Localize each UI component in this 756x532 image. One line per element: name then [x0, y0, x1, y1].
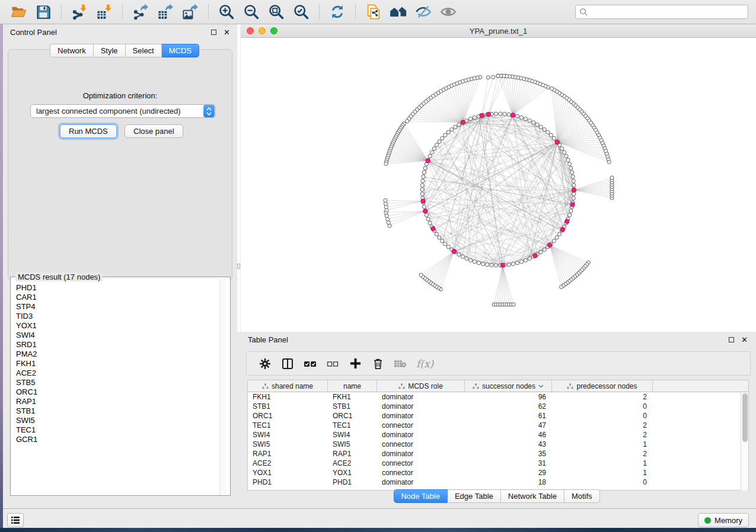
- float-panel-icon[interactable]: [729, 337, 734, 342]
- ring-node[interactable]: [446, 245, 450, 249]
- tab-select[interactable]: Select: [126, 44, 162, 57]
- save-session-icon[interactable]: [34, 3, 52, 21]
- mcds-result-item[interactable]: STP4: [11, 302, 220, 312]
- ring-node[interactable]: [494, 112, 497, 116]
- table-row[interactable]: ORC1ORC1dominator610: [248, 411, 748, 421]
- table-row[interactable]: YOX1YOX1connector291: [248, 468, 748, 477]
- ring-node[interactable]: [520, 260, 524, 264]
- run-mcds-button[interactable]: Run MCDS: [60, 124, 117, 138]
- deselect-all-icon[interactable]: [323, 355, 343, 373]
- table-row[interactable]: ACE2ACE2connector311: [248, 459, 748, 468]
- tab-style[interactable]: Style: [94, 44, 126, 57]
- ring-node[interactable]: [539, 125, 543, 129]
- ring-node[interactable]: [426, 217, 430, 221]
- mcds-result-item[interactable]: STB5: [11, 378, 220, 387]
- ring-node[interactable]: [420, 192, 424, 196]
- ring-node[interactable]: [524, 117, 527, 121]
- mcds-hub-node[interactable]: [461, 120, 465, 124]
- ring-node[interactable]: [515, 114, 519, 118]
- table-row[interactable]: TEC1TEC1connector472: [248, 421, 748, 430]
- search-box[interactable]: [575, 5, 748, 19]
- table-row[interactable]: SWI5SWI5connector431: [248, 440, 748, 449]
- ring-node[interactable]: [444, 242, 447, 246]
- leaf-node[interactable]: [419, 273, 423, 277]
- zoom-in-icon[interactable]: [218, 3, 235, 21]
- ring-node[interactable]: [438, 236, 441, 239]
- ring-node[interactable]: [507, 263, 511, 267]
- task-history-button[interactable]: [7, 513, 24, 527]
- clone-network-icon[interactable]: [365, 3, 382, 21]
- mcds-result-item[interactable]: SWI4: [11, 331, 220, 340]
- filter-caret-icon[interactable]: [538, 384, 544, 388]
- mcds-hub-node[interactable]: [421, 199, 425, 203]
- tab-edge-table[interactable]: Edge Table: [448, 489, 501, 503]
- ring-node[interactable]: [568, 162, 572, 166]
- mcds-result-item[interactable]: PHD1: [11, 283, 220, 293]
- ring-node[interactable]: [528, 119, 531, 123]
- ring-node[interactable]: [420, 188, 424, 191]
- window-minimize-icon[interactable]: [259, 27, 266, 34]
- mcds-hub-node[interactable]: [486, 112, 490, 116]
- ring-node[interactable]: [499, 112, 502, 116]
- ring-node[interactable]: [422, 205, 426, 209]
- zoom-selected-icon[interactable]: [292, 3, 310, 21]
- export-table-icon[interactable]: [157, 3, 174, 21]
- export-image-icon[interactable]: [181, 3, 199, 21]
- tab-motifs[interactable]: Motifs: [564, 489, 600, 503]
- mcds-result-item[interactable]: TEC1: [11, 425, 220, 435]
- scrollbar-thumb[interactable]: [237, 264, 240, 269]
- import-table-icon[interactable]: [95, 3, 113, 21]
- mcds-result-item[interactable]: SWI5: [11, 416, 220, 425]
- mcds-hub-node[interactable]: [560, 227, 564, 232]
- leaf-node[interactable]: [406, 119, 409, 123]
- ring-node[interactable]: [552, 239, 556, 243]
- ring-node[interactable]: [469, 117, 473, 121]
- refresh-icon[interactable]: [328, 3, 346, 21]
- tab-network-table[interactable]: Network Table: [501, 489, 564, 503]
- network-window-titlebar[interactable]: YPA_prune.txt_1: [241, 24, 756, 38]
- ring-node[interactable]: [555, 236, 559, 239]
- ring-node[interactable]: [425, 213, 428, 217]
- ring-node[interactable]: [422, 175, 425, 178]
- column-header-shared-name[interactable]: shared name: [248, 380, 328, 392]
- tab-node-table[interactable]: Node Table: [393, 489, 448, 503]
- table-row[interactable]: SWI4SWI4dominator462: [248, 430, 748, 440]
- delete-icon[interactable]: [368, 355, 388, 373]
- mcds-hub-node[interactable]: [511, 113, 515, 117]
- mcds-hub-node[interactable]: [533, 254, 537, 258]
- ring-node[interactable]: [469, 258, 473, 262]
- leaf-node[interactable]: [610, 176, 614, 180]
- mcds-hub-node[interactable]: [426, 159, 430, 163]
- leaf-node[interactable]: [496, 74, 500, 78]
- window-close-icon[interactable]: [247, 27, 254, 34]
- criterion-dropdown[interactable]: largest connected component (undirected): [30, 104, 216, 118]
- leaf-node[interactable]: [386, 217, 390, 221]
- ring-node[interactable]: [566, 158, 570, 162]
- ring-node[interactable]: [520, 116, 524, 119]
- table-row[interactable]: FKH1FKH1dominator962: [248, 392, 748, 402]
- ring-node[interactable]: [435, 232, 438, 236]
- mcds-hub-node[interactable]: [500, 263, 505, 267]
- ring-node[interactable]: [473, 260, 476, 264]
- ring-node[interactable]: [441, 239, 444, 243]
- mcds-hub-node[interactable]: [570, 203, 575, 207]
- mcds-hub-node[interactable]: [547, 243, 551, 247]
- ring-node[interactable]: [511, 262, 515, 265]
- ring-node[interactable]: [423, 166, 427, 170]
- ring-node[interactable]: [441, 136, 444, 140]
- ring-node[interactable]: [572, 179, 575, 182]
- ring-node[interactable]: [524, 258, 527, 262]
- network-canvas[interactable]: [241, 38, 756, 332]
- close-panel-icon[interactable]: ✕: [741, 337, 748, 342]
- ring-node[interactable]: [422, 171, 426, 174]
- ring-node[interactable]: [481, 262, 485, 265]
- select-all-icon[interactable]: [300, 355, 320, 373]
- mcds-hub-node[interactable]: [555, 140, 559, 144]
- close-panel-button[interactable]: Close panel: [125, 124, 183, 138]
- ring-node[interactable]: [432, 147, 436, 150]
- ring-node[interactable]: [569, 166, 573, 170]
- ring-node[interactable]: [564, 154, 568, 158]
- ring-node[interactable]: [465, 257, 468, 260]
- ring-node[interactable]: [450, 128, 454, 132]
- ring-node[interactable]: [569, 209, 573, 213]
